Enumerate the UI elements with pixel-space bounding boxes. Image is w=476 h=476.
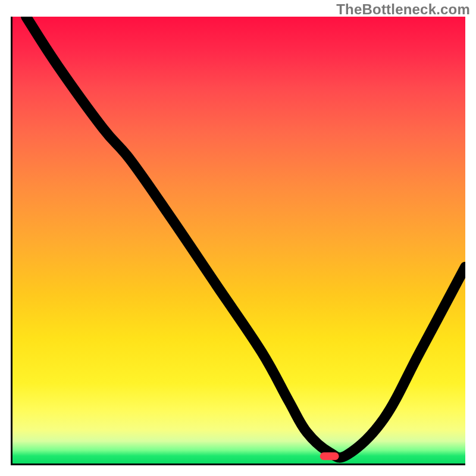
optimal-point-marker <box>320 452 339 461</box>
chart-plot-area <box>11 17 465 465</box>
chart-background-gradient <box>12 17 465 464</box>
watermark-text: TheBottleneck.com <box>336 1 470 18</box>
